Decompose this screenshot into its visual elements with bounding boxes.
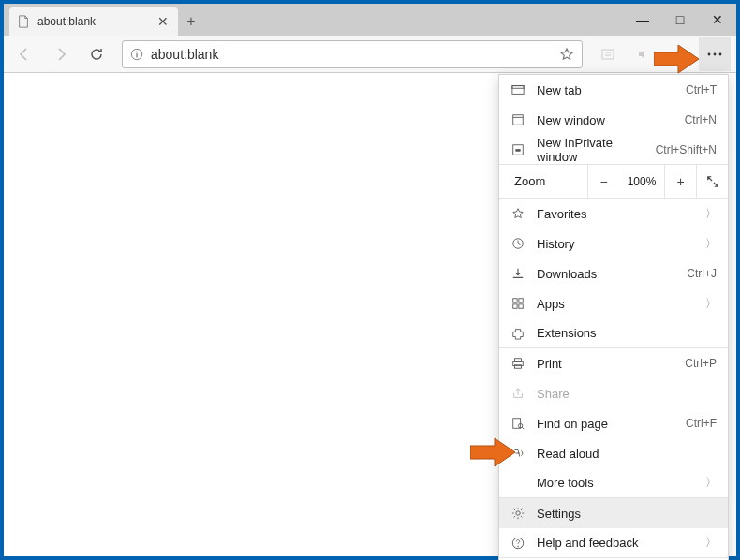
favorite-star-icon[interactable] — [559, 47, 574, 62]
reading-view-icon[interactable] — [592, 39, 624, 69]
address-bar[interactable] — [122, 40, 583, 68]
menu-more-tools[interactable]: More tools 〉 — [499, 468, 728, 498]
fullscreen-button[interactable] — [696, 165, 728, 198]
svg-rect-10 — [512, 86, 524, 89]
menu-label: Favorites — [537, 207, 694, 221]
browser-tab[interactable]: about:blank ✕ — [9, 7, 178, 36]
svg-point-1 — [136, 51, 138, 52]
menu-label: Extensions — [537, 326, 717, 340]
apps-icon — [511, 296, 525, 311]
tab-title: about:blank — [37, 15, 96, 28]
menu-label: More tools — [537, 476, 694, 490]
url-input[interactable] — [151, 47, 552, 62]
refresh-button[interactable] — [81, 39, 112, 69]
find-icon — [511, 416, 525, 431]
svg-rect-16 — [513, 299, 517, 302]
menu-label: Read aloud — [537, 447, 717, 461]
menu-apps[interactable]: Apps 〉 — [499, 288, 728, 318]
menu-label: Settings — [537, 507, 717, 521]
svg-rect-18 — [513, 304, 517, 308]
window-icon — [511, 112, 525, 127]
close-window-button[interactable]: ✕ — [699, 4, 736, 36]
menu-shortcut: Ctrl+J — [687, 267, 717, 280]
menu-favorites[interactable]: Favorites 〉 — [499, 199, 728, 228]
gear-icon — [511, 506, 525, 521]
menu-label: Apps — [537, 297, 694, 311]
menu-shortcut: Ctrl+P — [685, 357, 717, 370]
menu-print[interactable]: Print Ctrl+P — [499, 348, 728, 378]
menu-label: Downloads — [537, 267, 675, 281]
chevron-right-icon: 〉 — [705, 475, 717, 491]
window-controls: — □ ✕ — [624, 4, 736, 36]
menu-label: Find on page — [537, 417, 674, 431]
svg-rect-17 — [519, 299, 523, 302]
svg-point-7 — [714, 52, 717, 55]
menu-read-aloud[interactable]: Read aloud — [499, 438, 728, 468]
new-tab-icon — [511, 82, 525, 97]
menu-shortcut: Ctrl+Shift+N — [656, 143, 717, 156]
page-icon — [17, 15, 30, 28]
menu-zoom: Zoom − 100% + — [499, 165, 728, 199]
zoom-label: Zoom — [499, 174, 587, 188]
settings-menu-button[interactable] — [699, 37, 731, 71]
menu-label: Print — [537, 357, 673, 371]
chevron-right-icon: 〉 — [705, 236, 717, 252]
svg-rect-3 — [602, 50, 614, 59]
menu-new-window[interactable]: New window Ctrl+N — [499, 105, 728, 135]
svg-point-8 — [719, 52, 722, 55]
svg-rect-9 — [512, 86, 524, 95]
menu-label: Help and feedback — [537, 536, 694, 550]
chevron-right-icon: 〉 — [705, 535, 717, 551]
blank-icon — [511, 476, 525, 491]
svg-rect-23 — [513, 419, 521, 429]
menu-shortcut: Ctrl+N — [685, 113, 717, 126]
menu-extensions[interactable]: Extensions — [499, 318, 728, 348]
svg-rect-20 — [515, 359, 522, 362]
back-button[interactable] — [9, 39, 41, 69]
menu-shortcut: Ctrl+T — [686, 83, 717, 96]
chevron-right-icon: 〉 — [705, 296, 717, 312]
toolbar — [4, 36, 736, 73]
inprivate-icon — [511, 142, 525, 157]
menu-new-inprivate[interactable]: New InPrivate window Ctrl+Shift+N — [499, 135, 728, 165]
menu-find[interactable]: Find on page Ctrl+F — [499, 408, 728, 438]
menu-history[interactable]: History 〉 — [499, 228, 728, 258]
forward-button[interactable] — [45, 39, 77, 69]
menu-label: New tab — [537, 83, 674, 97]
zoom-in-button[interactable]: + — [664, 165, 696, 198]
star-icon — [511, 206, 525, 221]
settings-dropdown-menu: New tab Ctrl+T New window Ctrl+N New InP… — [498, 74, 729, 560]
menu-label: New InPrivate window — [537, 136, 644, 164]
svg-line-25 — [522, 427, 524, 429]
history-icon — [511, 236, 525, 251]
menu-help[interactable]: Help and feedback 〉 — [499, 528, 728, 558]
read-aloud-icon — [511, 446, 525, 461]
menu-label: New window — [537, 113, 673, 127]
print-icon — [511, 356, 525, 371]
favorites-bar-icon[interactable] — [663, 39, 695, 69]
maximize-button[interactable]: □ — [661, 4, 699, 36]
menu-label: Share — [537, 387, 717, 401]
new-tab-button[interactable]: + — [178, 7, 204, 36]
menu-new-tab[interactable]: New tab Ctrl+T — [499, 75, 728, 105]
share-icon — [511, 386, 525, 401]
chevron-right-icon: 〉 — [705, 206, 717, 222]
menu-settings[interactable]: Settings — [499, 498, 728, 528]
download-icon — [511, 266, 525, 281]
minimize-button[interactable]: — — [624, 4, 661, 36]
read-aloud-icon[interactable] — [628, 39, 659, 69]
browser-window: about:blank ✕ + — □ ✕ — [0, 0, 740, 560]
menu-downloads[interactable]: Downloads Ctrl+J — [499, 258, 728, 288]
svg-point-26 — [516, 511, 520, 515]
extensions-icon — [511, 326, 525, 341]
svg-rect-19 — [519, 304, 523, 308]
svg-rect-11 — [513, 115, 524, 125]
tab-strip: about:blank ✕ + — □ ✕ — [4, 4, 736, 36]
svg-rect-14 — [515, 149, 520, 152]
close-tab-button[interactable]: ✕ — [157, 14, 169, 29]
menu-shortcut: Ctrl+F — [686, 417, 717, 430]
zoom-out-button[interactable]: − — [587, 165, 619, 198]
site-info-icon[interactable] — [130, 48, 143, 61]
menu-share: Share — [499, 378, 728, 408]
svg-point-28 — [517, 545, 518, 546]
